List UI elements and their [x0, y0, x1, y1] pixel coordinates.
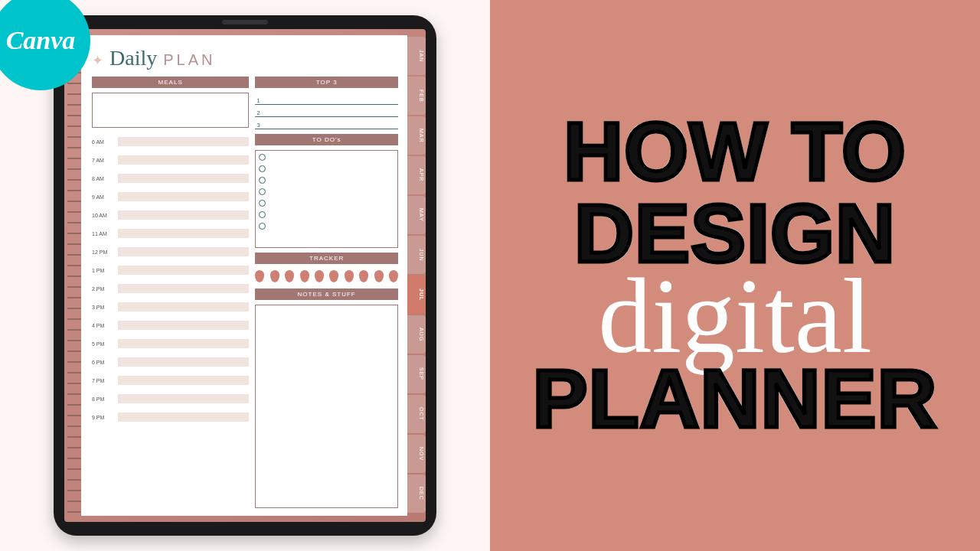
hour-row: 8 PM — [92, 390, 249, 408]
tracker-drops — [255, 269, 398, 284]
top3-line: 1 — [255, 93, 398, 105]
todo-circle — [259, 177, 266, 184]
month-tab-jan[interactable]: JAN — [407, 37, 426, 75]
hour-label: 9 AM — [92, 194, 115, 200]
sparkle-icon: ✦ — [92, 52, 103, 69]
top3-header: TOP 3 — [255, 77, 398, 88]
month-tab-dec[interactable]: DEC — [407, 474, 426, 513]
month-tab-may[interactable]: MAY — [407, 196, 426, 234]
top3-line: 2 — [255, 105, 398, 117]
top3-lines: 123 — [255, 93, 398, 129]
right-column: TOP 3 123 TO DO's TRACKER NOTES & STUFF — [255, 77, 398, 508]
headline-1: HOW TO — [564, 112, 906, 191]
top3-line: 3 — [255, 117, 398, 129]
hour-row: 3 PM — [92, 298, 249, 316]
hour-bar — [118, 266, 249, 275]
hour-label: 6 PM — [92, 360, 115, 365]
notes-box — [255, 305, 398, 508]
hour-bar — [118, 155, 249, 165]
hour-row: 6 AM — [92, 132, 249, 151]
hour-label: 10 AM — [92, 213, 115, 218]
headline-4: PLANNER — [532, 360, 937, 439]
month-tab-apr[interactable]: APR — [407, 156, 426, 194]
month-tabs: JANFEBMARAPRMAYJUNJULAUGSEPOCTNOVDEC — [407, 29, 426, 522]
month-tab-feb[interactable]: FEB — [407, 77, 426, 115]
water-drop-icon — [374, 270, 384, 282]
todo-circle — [259, 165, 266, 172]
hour-bar — [118, 229, 249, 238]
hour-label: 8 PM — [92, 396, 115, 402]
thumbnail-right: HOW TO DESIGN digital PLANNER — [490, 0, 980, 551]
hour-label: 2 PM — [92, 286, 115, 292]
month-tab-jun[interactable]: JUN — [407, 236, 426, 274]
hour-label: 1 PM — [92, 268, 115, 273]
hour-label: 6 AM — [92, 139, 115, 145]
todo-circle — [259, 223, 266, 230]
left-column: MEALS 6 AM7 AM8 AM9 AM10 AM11 AM12 PM1 P… — [92, 77, 249, 508]
hour-bar — [118, 357, 249, 367]
hour-bar — [118, 302, 249, 311]
month-tab-oct[interactable]: OCT — [407, 395, 426, 433]
hour-row: 7 PM — [92, 371, 249, 390]
hour-row: 4 PM — [92, 316, 249, 334]
hour-row: 6 PM — [92, 353, 249, 371]
hour-bar — [118, 284, 249, 293]
hour-label: 11 AM — [92, 231, 115, 236]
meals-box — [92, 93, 249, 128]
month-tab-aug[interactable]: AUG — [407, 315, 426, 354]
todo-circle — [259, 200, 266, 207]
hour-label: 5 PM — [92, 341, 115, 347]
meals-header: MEALS — [92, 77, 249, 88]
water-drop-icon — [389, 270, 398, 282]
water-drop-icon — [345, 270, 354, 282]
notes-header: NOTES & STUFF — [255, 289, 398, 300]
planner-page: ✦ Daily PLAN MEALS 6 AM7 AM8 AM9 AM10 AM… — [81, 35, 407, 516]
todo-circle — [259, 211, 266, 218]
headline-3-script: digital — [598, 268, 872, 364]
water-drop-icon — [359, 270, 368, 282]
month-tab-nov[interactable]: NOV — [407, 435, 426, 473]
tablet-screen: ✦ Daily PLAN MEALS 6 AM7 AM8 AM9 AM10 AM… — [64, 29, 426, 522]
month-tab-jul[interactable]: JUL — [407, 276, 426, 314]
month-tab-mar[interactable]: MAR — [407, 116, 426, 155]
todo-circle — [259, 188, 266, 195]
hour-bar — [118, 412, 249, 422]
hour-label: 7 AM — [92, 158, 115, 163]
hour-label: 4 PM — [92, 323, 115, 328]
hour-label: 7 PM — [92, 378, 115, 383]
water-drop-icon — [285, 270, 294, 282]
thumbnail-left: Canva ✦ Daily PLAN MEALS 6 AM7 AM8 AM9 A… — [0, 0, 490, 551]
canva-logo-text: Canva — [6, 26, 76, 55]
hour-row: 8 AM — [92, 169, 249, 187]
hour-bar — [118, 137, 249, 146]
hour-label: 9 PM — [92, 415, 115, 420]
hour-row: 9 AM — [92, 187, 249, 206]
hour-row: 9 PM — [92, 408, 249, 426]
spiral-binding — [67, 29, 81, 522]
todo-circle — [259, 154, 266, 161]
hour-bar — [118, 339, 249, 348]
todos-header: TO DO's — [255, 134, 398, 145]
tablet-frame: ✦ Daily PLAN MEALS 6 AM7 AM8 AM9 AM10 AM… — [54, 15, 436, 536]
hours-list: 6 AM7 AM8 AM9 AM10 AM11 AM12 PM1 PM2 PM3… — [92, 132, 249, 426]
hour-row: 5 PM — [92, 334, 249, 353]
page-title: ✦ Daily PLAN — [92, 46, 398, 70]
hour-bar — [118, 394, 249, 403]
hour-bar — [118, 321, 249, 330]
title-script: Daily — [109, 46, 157, 70]
hour-label: 12 PM — [92, 249, 115, 255]
hour-label: 3 PM — [92, 305, 115, 310]
todo-box — [255, 150, 398, 248]
hour-row: 11 AM — [92, 224, 249, 243]
hour-row: 2 PM — [92, 279, 249, 298]
hour-bar — [118, 174, 249, 183]
hour-row: 10 AM — [92, 206, 249, 224]
water-drop-icon — [270, 270, 279, 282]
hour-bar — [118, 192, 249, 201]
month-tab-sep[interactable]: SEP — [407, 355, 426, 393]
hour-bar — [118, 247, 249, 256]
water-drop-icon — [255, 270, 264, 282]
hour-row: 1 PM — [92, 261, 249, 279]
hour-row: 7 AM — [92, 151, 249, 169]
hour-row: 12 PM — [92, 243, 249, 261]
